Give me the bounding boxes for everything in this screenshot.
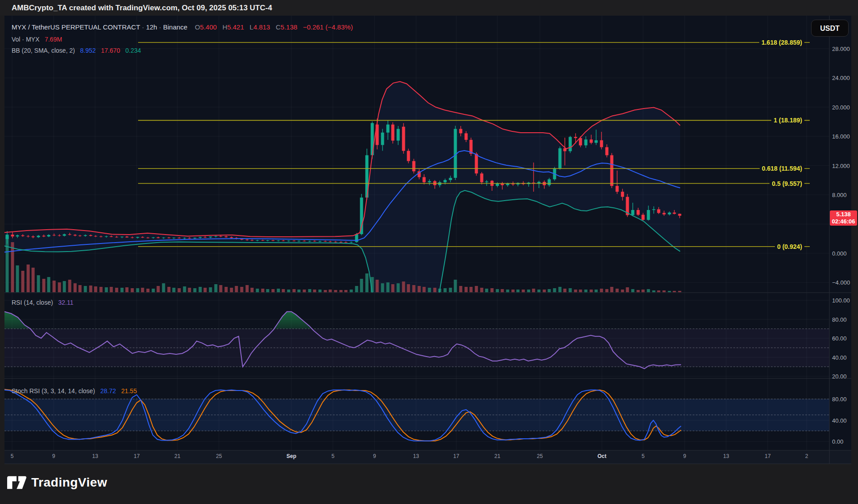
tradingview-screenshot: AMBCrypto_TA created with TradingView.co… [0, 0, 858, 504]
currency-toggle-button[interactable]: USDT [811, 20, 849, 37]
tradingview-icon [7, 476, 27, 489]
price-chart-canvas[interactable] [0, 0, 858, 504]
tradingview-wordmark: TradingView [31, 475, 107, 490]
tradingview-logo[interactable]: TradingView [7, 473, 107, 492]
